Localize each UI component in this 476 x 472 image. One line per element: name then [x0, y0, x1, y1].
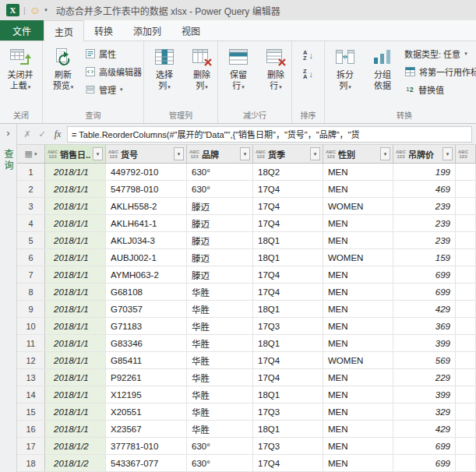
cell-brand[interactable]: 华胜: [187, 352, 253, 368]
cell-season[interactable]: 18Q1: [253, 301, 323, 317]
cell-date[interactable]: 2018/1/1: [45, 369, 106, 386]
cell-season[interactable]: 17Q4: [253, 455, 323, 471]
row-number[interactable]: 1: [17, 164, 45, 180]
cell-sku[interactable]: 377781-010: [106, 438, 187, 454]
quick-access-dropdown-icon[interactable]: ▾: [44, 7, 48, 13]
cell-date[interactable]: 2018/1/1: [45, 198, 106, 214]
expand-queries-pane-chevron-icon[interactable]: ›: [6, 128, 9, 138]
cell-extra[interactable]: [456, 438, 476, 454]
cell-sku[interactable]: AKLH641-1: [106, 215, 187, 231]
cell-season[interactable]: 18Q2: [253, 164, 323, 180]
cell-date[interactable]: 2018/1/1: [45, 386, 106, 403]
cell-extra[interactable]: [456, 198, 476, 214]
cell-brand[interactable]: 滕迈: [187, 198, 253, 214]
cell-date[interactable]: 2018/1/1: [45, 266, 106, 283]
cell-brand[interactable]: 滕迈: [187, 215, 253, 231]
fx-icon[interactable]: fx: [51, 129, 65, 140]
cell-brand[interactable]: 华胜: [187, 403, 253, 420]
column-header-date[interactable]: ABC123销售日...▾: [45, 145, 106, 163]
remove-rows-button[interactable]: 删除 行▾: [258, 44, 294, 93]
row-number[interactable]: 8: [17, 284, 45, 300]
cell-gender[interactable]: WOMEN: [323, 249, 393, 266]
column-header-sku[interactable]: ABC123货号▾: [106, 145, 187, 163]
cell-brand[interactable]: 630°: [187, 164, 253, 180]
tab-view[interactable]: 视图: [171, 20, 210, 41]
cell-sku[interactable]: X23567: [106, 421, 187, 437]
cell-brand[interactable]: 华胜: [187, 335, 253, 351]
cell-gender[interactable]: WOMEN: [323, 352, 393, 368]
row-number[interactable]: 10: [17, 318, 45, 334]
cell-sku[interactable]: 547798-010: [106, 181, 187, 197]
cell-sku[interactable]: G71183: [106, 318, 187, 334]
cell-date[interactable]: 2018/1/1: [45, 181, 106, 197]
cell-season[interactable]: 18Q1: [253, 249, 323, 266]
cell-season[interactable]: 17Q3: [253, 403, 323, 420]
cell-price[interactable]: 199: [393, 164, 456, 180]
row-number[interactable]: 2: [17, 181, 45, 197]
cell-price[interactable]: 429: [393, 301, 456, 317]
properties-button[interactable]: 属性: [83, 45, 141, 62]
cell-date[interactable]: 2018/1/1: [45, 318, 106, 334]
column-data-type-icon[interactable]: ABC123: [458, 150, 468, 159]
tab-file[interactable]: 文件: [0, 20, 44, 41]
tab-home[interactable]: 主页: [44, 20, 84, 41]
cell-extra[interactable]: [456, 284, 476, 300]
cell-sku[interactable]: 543367-077: [106, 455, 187, 471]
row-number[interactable]: 6: [17, 249, 45, 266]
cell-gender[interactable]: MEN: [323, 455, 393, 471]
row-number[interactable]: 9: [17, 301, 45, 317]
filter-dropdown-button[interactable]: ▾: [380, 147, 390, 160]
column-header-brand[interactable]: ABC123品牌▾: [187, 145, 253, 163]
row-number[interactable]: 13: [17, 369, 45, 386]
cell-gender[interactable]: MEN: [323, 318, 393, 334]
cell-gender[interactable]: MEN: [323, 181, 393, 197]
cell-gender[interactable]: MEN: [323, 215, 393, 231]
cell-date[interactable]: 2018/1/1: [45, 164, 106, 180]
cell-extra[interactable]: [456, 369, 476, 386]
queries-pane-vertical-label[interactable]: 查询: [2, 149, 15, 172]
cell-price[interactable]: 329: [393, 403, 456, 420]
cell-gender[interactable]: MEN: [323, 421, 393, 437]
cell-price[interactable]: 159: [393, 249, 456, 266]
cell-gender[interactable]: WOMEN: [323, 198, 393, 214]
column-data-type-icon[interactable]: ABC123: [396, 150, 406, 159]
cell-sku[interactable]: G83346: [106, 335, 187, 351]
row-number[interactable]: 3: [17, 198, 45, 214]
cell-season[interactable]: 18Q1: [253, 421, 323, 437]
cell-sku[interactable]: AKLJ034-3: [106, 232, 187, 248]
keep-rows-button[interactable]: 保留 行▾: [220, 44, 256, 93]
cell-date[interactable]: 2018/1/2: [45, 438, 106, 454]
cell-brand[interactable]: 华胜: [187, 369, 253, 386]
cell-gender[interactable]: MEN: [323, 164, 393, 180]
split-column-button[interactable]: 拆分 列▾: [327, 44, 363, 93]
cell-price[interactable]: 239: [393, 215, 456, 231]
manage-button[interactable]: 管理 ▾: [83, 81, 141, 98]
cell-extra[interactable]: [456, 421, 476, 437]
row-number[interactable]: 11: [17, 335, 45, 351]
row-number[interactable]: 14: [17, 386, 45, 403]
cell-season[interactable]: 18Q1: [253, 335, 323, 351]
tab-transform[interactable]: 转换: [84, 20, 123, 41]
row-number[interactable]: 12: [17, 352, 45, 368]
cell-season[interactable]: 17Q4: [253, 266, 323, 283]
cell-date[interactable]: 2018/1/1: [45, 421, 106, 437]
cell-brand[interactable]: 630°: [187, 438, 253, 454]
advanced-editor-button[interactable]: 高级编辑器: [83, 63, 141, 80]
filter-dropdown-button[interactable]: ▾: [93, 147, 103, 160]
cell-season[interactable]: 17Q3: [253, 318, 323, 334]
cell-date[interactable]: 2018/1/1: [45, 403, 106, 420]
cell-price[interactable]: 239: [393, 198, 456, 214]
formula-input[interactable]: = Table.ReorderColumns(#"展开的"Data"",{"销售…: [67, 126, 472, 143]
cell-gender[interactable]: MEN: [323, 284, 393, 300]
cell-gender[interactable]: MEN: [323, 335, 393, 351]
close-and-load-button[interactable]: 关闭并 上载▾: [2, 44, 38, 93]
cell-extra[interactable]: [456, 266, 476, 283]
tab-add-column[interactable]: 添加列: [123, 20, 171, 41]
row-number[interactable]: 17: [17, 438, 45, 454]
cell-price[interactable]: 239: [393, 232, 456, 248]
cell-sku[interactable]: G70357: [106, 301, 187, 317]
column-header-extra[interactable]: ABC123: [456, 145, 476, 163]
cell-date[interactable]: 2018/1/1: [45, 301, 106, 317]
cell-gender[interactable]: MEN: [323, 301, 393, 317]
cell-brand[interactable]: 630°: [187, 455, 253, 471]
